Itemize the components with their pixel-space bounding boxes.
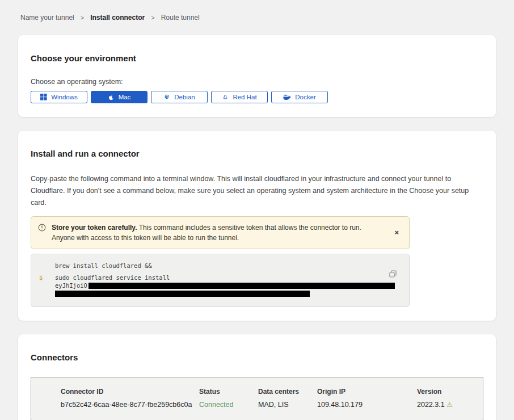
header-status: Status [199,388,258,396]
breadcrumb-install-connector[interactable]: Install connector [90,14,145,22]
install-connector-card: Install and run a connector Copy-paste t… [18,131,496,321]
os-button-label: Windows [51,94,78,100]
connectors-card-title: Connectors [31,352,483,362]
breadcrumb-route-tunnel[interactable]: Route tunnel [161,14,200,22]
breadcrumb: Name your tunnel > Install connector > R… [0,0,514,22]
choose-environment-card: Choose your environment Choose an operat… [18,35,496,117]
status-badge: Connected [199,401,258,409]
table-row: b7c52c42-6caa-48ee-8c77-fbe259cb6c0a Con… [61,401,471,409]
install-command-code-block: brew install cloudflared && $ sudo cloud… [31,254,410,307]
os-button-label: Mac [119,94,131,100]
header-version: Version [417,388,471,396]
version-warning-icon: ⚠ [446,401,453,409]
version-value: 2022.3.1 [417,401,445,409]
breadcrumb-separator: > [151,14,154,21]
code-gutter [39,289,47,297]
info-circle-icon [38,224,46,233]
cell-data-centers: MAD, LIS [258,401,317,409]
copy-icon[interactable] [389,270,397,279]
code-prompt: $ [39,274,47,282]
header-connector-id: Connector ID [61,388,199,396]
debian-logo-icon [163,94,170,100]
os-button-debian[interactable]: Debian [151,91,208,103]
close-icon[interactable]: × [391,227,402,238]
os-button-docker[interactable]: Docker [271,91,328,103]
header-data-centers: Data centers [258,388,317,396]
cell-origin-ip: 109.48.10.179 [317,401,417,409]
token-prefix: eyJhIjoiO [55,282,87,289]
os-button-label: Red Hat [233,94,256,100]
redacted-token-bar [89,283,395,289]
token-warning-banner: Store your token carefully. This command… [31,216,410,249]
cell-connector-id: b7c52c42-6caa-48ee-8c77-fbe259cb6c0a [61,401,199,409]
install-card-description: Copy-paste the following command into a … [31,173,483,209]
breadcrumb-separator: > [81,14,84,21]
code-line-token: eyJhIjoiO [55,282,401,289]
os-button-redhat[interactable]: Red Hat [211,91,268,103]
os-button-group: Windows Mac Debian Red Hat Docker [31,91,483,103]
token-warning-title: Store your token carefully. [52,224,137,232]
connectors-table: Connector ID Status Data centers Origin … [31,377,483,420]
connectors-card: Connectors Connector ID Status Data cent… [18,334,496,420]
redhat-logo-icon [222,94,229,100]
install-card-title: Install and run a connector [31,149,483,158]
header-origin-ip: Origin IP [317,388,417,396]
windows-logo-icon [40,94,47,100]
os-select-label: Choose an operating system: [31,78,483,86]
code-gutter [39,282,47,289]
os-button-label: Debian [174,94,195,100]
apple-logo-icon [108,94,115,101]
code-line-token-2 [55,289,401,297]
code-gutter [39,262,47,270]
docker-logo-icon [283,94,291,100]
cell-version: 2022.3.1 ⚠ [417,401,471,409]
code-line-brew: brew install cloudflared && [55,262,401,270]
environment-card-title: Choose your environment [31,53,483,63]
connectors-table-header-row: Connector ID Status Data centers Origin … [61,388,471,396]
redacted-token-bar [55,291,310,297]
os-button-label: Docker [295,94,315,100]
os-button-windows[interactable]: Windows [31,91,87,103]
code-line-sudo: sudo cloudflared service install [55,274,401,282]
breadcrumb-name-your-tunnel[interactable]: Name your tunnel [20,14,74,22]
token-warning-text: Store your token carefully. This command… [52,222,385,243]
os-button-mac[interactable]: Mac [91,91,148,103]
